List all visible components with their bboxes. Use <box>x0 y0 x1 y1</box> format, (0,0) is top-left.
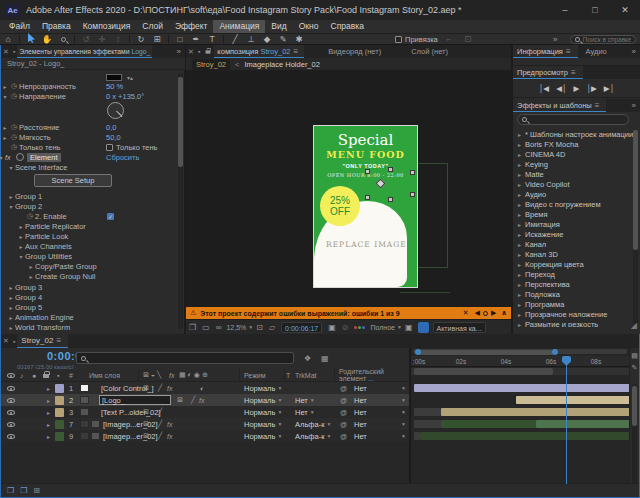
label-color-swatch[interactable] <box>55 408 64 417</box>
effects-category[interactable]: ▸Коррекция цвета <box>513 259 640 269</box>
twirl-icon[interactable]: ▸ <box>17 243 25 250</box>
channel-icon[interactable] <box>354 326 365 329</box>
pick-whip-icon[interactable]: @ <box>340 430 347 442</box>
property-value[interactable]: 50,0 <box>106 133 121 142</box>
tab-composition[interactable]: композиция Stroy_02 ≡ <box>214 45 304 58</box>
twirl-icon[interactable]: ▸ <box>7 284 15 291</box>
tab-effect-controls[interactable]: Элементы управления эффектами Logo_ <box>17 45 152 58</box>
type-tool-icon[interactable]: T <box>204 34 220 44</box>
eraser-tool-icon[interactable]: ◆ <box>259 34 275 44</box>
twirl-icon[interactable]: ▸ <box>7 314 15 321</box>
fx-switch-icon[interactable]: fx <box>167 382 172 394</box>
effects-category[interactable]: ▸Подложка <box>513 289 640 299</box>
reset-link[interactable]: Сбросить <box>106 153 139 162</box>
stopwatch-icon[interactable]: ◷ <box>9 82 19 90</box>
selection-handle[interactable] <box>410 192 415 197</box>
twirl-icon[interactable]: ▸ <box>17 233 25 240</box>
collapse-switch-icon[interactable]: ⊠ <box>143 382 149 394</box>
toolbar-overflow-icon[interactable]: » <box>553 35 557 44</box>
twirl-icon[interactable]: ▾ <box>17 253 25 260</box>
layer-name[interactable]: [Imagep...er_02] <box>103 418 158 430</box>
navigator-end-handle[interactable] <box>552 349 558 355</box>
twirl-icon[interactable]: ▸ <box>27 263 35 270</box>
snap-angle-icon[interactable]: ⌐ <box>441 34 457 44</box>
adjustment-switch-icon[interactable]: ◐ <box>200 382 204 394</box>
panel-close-icon[interactable]: ✕ <box>188 48 194 56</box>
snap-checkbox[interactable] <box>395 36 402 43</box>
effects-category[interactable]: ▸Video Copilot <box>513 179 640 189</box>
tab-info[interactable]: Информация≡ <box>513 45 578 58</box>
camera-snapshot-icon[interactable]: ▣ <box>328 323 336 332</box>
menu-layer[interactable]: Слой <box>136 20 169 33</box>
panel-menu-icon[interactable]: ≡ <box>595 101 600 110</box>
layer-bar-3[interactable] <box>441 408 636 416</box>
twirl-icon[interactable]: ▸ <box>47 418 50 430</box>
panel-overflow-icon[interactable]: » <box>632 47 640 56</box>
no-channel-icon[interactable]: ⊘ <box>342 323 349 332</box>
tab-effects-presets[interactable]: Эффекты и шаблоны≡ <box>513 99 606 112</box>
twirl-icon[interactable]: ▸ <box>7 324 15 331</box>
twirl-icon[interactable]: ▸ <box>17 223 25 230</box>
selection-handle[interactable] <box>365 169 370 174</box>
timeline-search-input[interactable] <box>89 355 289 362</box>
graph-editor-icon[interactable]: ✎ <box>630 364 639 372</box>
effects-category[interactable]: ▸* Шаблоны настроек анимации <box>513 129 640 139</box>
parent-select[interactable]: Нет <box>354 382 367 394</box>
help-search[interactable] <box>570 35 636 44</box>
timeline-graph-area[interactable]: :00s 02s 04s 06s 08s <box>411 348 629 496</box>
quality-switch-icon[interactable]: ╱ <box>158 382 162 394</box>
maximize-button[interactable]: □ <box>580 0 610 20</box>
layer-name[interactable]: [Imagep...er_02] <box>103 430 158 442</box>
panel-menu-icon[interactable]: ≡ <box>571 68 576 77</box>
magnification-value[interactable]: 12,5% <box>226 324 246 331</box>
warning-prev-icon[interactable]: ◀ <box>475 309 480 317</box>
home-icon[interactable]: ⌂ <box>0 34 16 44</box>
effects-category[interactable]: ▸Канал <box>513 239 640 249</box>
effects-category[interactable]: ▸Аудио <box>513 189 640 199</box>
pan-behind-tool-icon[interactable]: ⊞ <box>149 34 165 44</box>
fx-switch-icon[interactable]: fx <box>167 418 172 430</box>
direction-dial[interactable] <box>107 102 124 119</box>
panel-menu-icon[interactable]: ≡ <box>56 336 61 345</box>
fx-switch-icon[interactable]: fx <box>167 430 172 442</box>
selection-handle[interactable] <box>388 197 393 202</box>
selection-tool-icon[interactable] <box>23 33 39 45</box>
region-of-interest-icon[interactable]: ⊡ <box>256 323 263 332</box>
twirl-icon[interactable]: ▾ <box>1 93 9 100</box>
first-frame-button[interactable]: │◀ <box>539 84 549 93</box>
tab-preview[interactable]: Предпросмотр≡ <box>513 66 583 79</box>
scene-setup-button[interactable]: Scene Setup <box>34 174 112 187</box>
selection-handle[interactable] <box>365 195 370 200</box>
name-column-label[interactable]: Имя слоя <box>89 369 120 381</box>
property-value[interactable]: 50 % <box>106 82 123 91</box>
time-navigator[interactable] <box>413 349 627 354</box>
selection-handle[interactable] <box>410 170 415 175</box>
effects-list-scrollbar[interactable] <box>633 130 638 324</box>
menu-edit[interactable]: Правка <box>36 20 77 33</box>
resolution-value[interactable]: Полное <box>370 324 395 331</box>
navigator-start-handle[interactable] <box>415 349 421 355</box>
effects-search[interactable] <box>517 114 629 125</box>
stopwatch-icon[interactable]: ◷ <box>9 92 19 100</box>
rotation-tool-icon[interactable]: ↻ <box>133 34 149 44</box>
mask-visibility-icon[interactable]: ▱ <box>269 323 275 332</box>
fx-switch-icon[interactable]: fx <box>199 394 204 406</box>
transparency-grid-icon[interactable] <box>418 322 429 333</box>
selection-handle[interactable] <box>388 167 393 172</box>
glasses-icon[interactable]: ∞ <box>216 323 222 332</box>
effects-category[interactable]: ▸Канал 3D <box>513 249 640 259</box>
effects-category[interactable]: ▸Искажение <box>513 229 640 239</box>
menu-effect[interactable]: Эффект <box>169 20 214 33</box>
expand-transfer-controls-icon[interactable]: ❒ <box>20 486 27 495</box>
effect-controls-scrollbar[interactable] <box>178 73 183 329</box>
stopwatch-icon[interactable]: ◷ <box>9 133 19 141</box>
layer-bar-9[interactable] <box>420 432 636 440</box>
label-color-swatch[interactable] <box>55 396 64 405</box>
collapse-switch-icon[interactable]: ⊠ <box>143 430 149 442</box>
effects-category[interactable]: ▸Прозрачное наложение <box>513 309 640 319</box>
brush-tool-icon[interactable]: ╱ <box>227 34 243 44</box>
effects-category[interactable]: ▸Программа <box>513 299 640 309</box>
twirl-icon[interactable]: ▸ <box>1 134 9 141</box>
panel-close-icon[interactable]: ✕ <box>3 48 9 56</box>
blend-mode-select[interactable]: Нормаль▼ <box>244 418 282 430</box>
